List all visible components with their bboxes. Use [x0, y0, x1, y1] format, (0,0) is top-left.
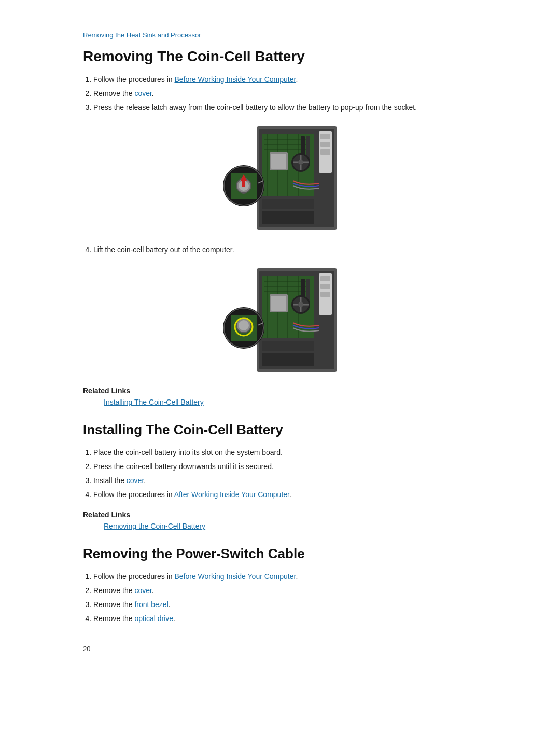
section2-title: Installing The Coin-Cell Battery	[83, 422, 477, 438]
list-item: Install the cover.	[93, 475, 477, 486]
power-step4-link[interactable]: optical drive	[134, 614, 173, 623]
power-step3-link[interactable]: front bezel	[134, 600, 168, 609]
section-removing-power-switch: Removing the Power-Switch Cable Follow t…	[83, 546, 477, 624]
power-step3-text-after: .	[169, 600, 171, 609]
section1-related-links: Related Links Installing The Coin-Cell B…	[83, 387, 477, 406]
related-link-remove-coin-cell[interactable]: Removing the Coin-Cell Battery	[104, 522, 205, 530]
list-item: Press the release latch away from the co…	[93, 102, 477, 113]
related-link-install-coin-cell[interactable]: Installing The Coin-Cell Battery	[104, 398, 204, 406]
svg-point-16	[298, 160, 303, 165]
section2-related-links: Related Links Removing the Coin-Cell Bat…	[83, 511, 477, 530]
list-item: Press the coin-cell battery downwards un…	[93, 461, 477, 472]
power-step4-text-after: .	[173, 614, 175, 623]
list-item: Place the coin-cell battery into its slo…	[93, 447, 477, 458]
list-item: Follow the procedures in Before Working …	[93, 74, 477, 85]
list-item: Remove the front bezel.	[93, 599, 477, 610]
install-step4-text-after: .	[289, 490, 291, 499]
related-links-list-2: Removing the Coin-Cell Battery	[104, 522, 477, 530]
svg-rect-60	[320, 292, 330, 297]
power-step2-text-after: .	[152, 586, 154, 595]
install-step3-text-after: .	[144, 476, 146, 485]
list-item: Remove the cover.	[93, 585, 477, 596]
svg-rect-62	[262, 353, 314, 366]
section1-steps-list: Follow the procedures in Before Working …	[93, 74, 477, 113]
install-step3-link[interactable]: cover	[127, 476, 144, 485]
breadcrumb-link[interactable]: Removing the Heat Sink and Processor	[83, 31, 477, 39]
list-item: Installing The Coin-Cell Battery	[104, 398, 477, 406]
power-step1-text-before: Follow the procedures in	[93, 572, 174, 581]
image1-container	[83, 123, 477, 234]
list-item: Remove the cover.	[93, 88, 477, 99]
install-step4-link[interactable]: After Working Inside Your Computer	[174, 490, 289, 499]
list-item: Removing the Coin-Cell Battery	[104, 522, 477, 530]
page-number: 20	[83, 645, 477, 653]
power-step1-link[interactable]: Before Working Inside Your Computer	[174, 572, 296, 581]
list-item: Follow the procedures in After Working I…	[93, 489, 477, 500]
step4-text: Lift the coin-cell battery out of the co…	[93, 245, 234, 254]
section3-steps-list: Follow the procedures in Before Working …	[93, 571, 477, 624]
install-step2-text: Press the coin-cell battery downwards un…	[93, 462, 274, 471]
section1-title: Removing The Coin-Cell Battery	[83, 48, 477, 65]
step1-text-before: Follow the procedures in	[93, 75, 174, 84]
svg-rect-24	[320, 149, 330, 155]
install-step4-text-before: Follow the procedures in	[93, 490, 174, 499]
svg-rect-25	[262, 199, 314, 209]
related-links-list-1: Installing The Coin-Cell Battery	[104, 398, 477, 406]
install-step3-text-before: Install the	[93, 476, 127, 485]
power-step1-text-after: .	[296, 572, 298, 581]
step3-text: Press the release latch away from the co…	[93, 103, 417, 112]
list-item: Remove the optical drive.	[93, 613, 477, 624]
section1-step4-list: Lift the coin-cell battery out of the co…	[93, 244, 477, 255]
power-step4-text-before: Remove the	[93, 614, 134, 623]
svg-point-52	[298, 302, 303, 307]
svg-rect-58	[320, 276, 330, 281]
step2-text-after: .	[152, 89, 154, 98]
power-step3-text-before: Remove the	[93, 600, 134, 609]
section-removing-coin-cell: Removing The Coin-Cell Battery Follow th…	[83, 48, 477, 406]
svg-rect-22	[320, 134, 330, 139]
svg-rect-61	[262, 341, 314, 351]
install-step1-text: Place the coin-cell battery into its slo…	[93, 448, 283, 457]
svg-rect-59	[320, 284, 330, 289]
related-links-title-1: Related Links	[83, 387, 477, 395]
step2-text-before: Remove the	[93, 89, 134, 98]
svg-point-67	[239, 320, 249, 330]
power-step2-link[interactable]: cover	[134, 586, 151, 595]
svg-rect-23	[320, 142, 330, 147]
svg-rect-13	[271, 154, 286, 169]
list-item: Lift the coin-cell battery out of the co…	[93, 244, 477, 255]
section3-title: Removing the Power-Switch Cable	[83, 546, 477, 562]
svg-rect-33	[242, 181, 245, 187]
related-links-title-2: Related Links	[83, 511, 477, 519]
computer-image-1	[220, 123, 340, 232]
image2-container	[83, 266, 477, 376]
svg-rect-49	[271, 296, 286, 311]
step1-text-after: .	[296, 75, 298, 84]
list-item: Follow the procedures in Before Working …	[93, 571, 477, 582]
computer-image-2	[220, 266, 340, 375]
step2-link[interactable]: cover	[134, 89, 151, 98]
power-step2-text-before: Remove the	[93, 586, 134, 595]
section-installing-coin-cell: Installing The Coin-Cell Battery Place t…	[83, 422, 477, 530]
step1-link[interactable]: Before Working Inside Your Computer	[174, 75, 296, 84]
section2-steps-list: Place the coin-cell battery into its slo…	[93, 447, 477, 500]
svg-rect-26	[262, 211, 314, 224]
